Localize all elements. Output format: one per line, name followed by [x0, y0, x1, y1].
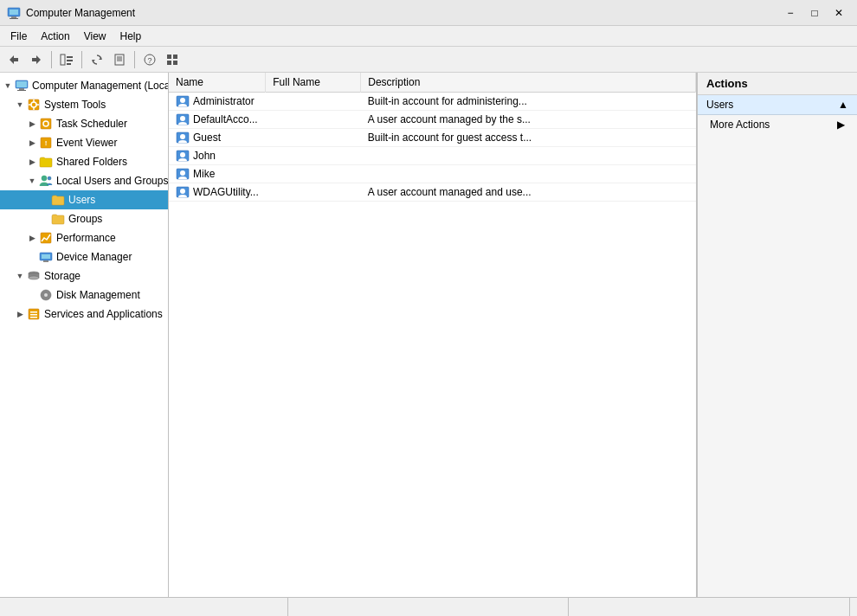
actions-header: Actions: [698, 73, 857, 95]
actions-pane: Actions Users ▲ More Actions ▶: [697, 73, 857, 597]
computer-icon: [14, 78, 29, 93]
tree-item-event-viewer[interactable]: ▶ ! Event Viewer: [0, 133, 168, 152]
expander-system-tools[interactable]: ▼: [14, 99, 26, 111]
more-actions-item[interactable]: More Actions ▶: [698, 115, 857, 134]
cell-fullname: [266, 183, 361, 202]
status-segment-3: [569, 598, 850, 616]
close-button[interactable]: ✕: [828, 3, 850, 22]
cell-description: [361, 147, 696, 165]
view-button[interactable]: [162, 49, 183, 70]
export-icon: [113, 54, 126, 66]
expander-computer-management[interactable]: ▼: [2, 80, 14, 92]
table-row[interactable]: John: [169, 147, 696, 165]
table-row[interactable]: WDAGUtility... A user account managed an…: [169, 183, 696, 202]
status-segment-1: [7, 598, 288, 616]
svg-point-62: [180, 189, 185, 194]
toolbar-separator-3: [134, 51, 135, 68]
toolbar-separator-1: [51, 51, 52, 68]
tree-item-local-users-groups[interactable]: ▼ Local Users and Groups: [0, 171, 168, 190]
tree-item-storage[interactable]: ▼ Storage: [0, 266, 168, 286]
svg-point-37: [48, 176, 51, 180]
svg-rect-6: [61, 55, 65, 65]
tree-item-computer-management[interactable]: ▼ Computer Management (Local: [0, 76, 168, 95]
svg-rect-8: [67, 60, 73, 61]
forward-button[interactable]: [26, 49, 47, 70]
col-fullname[interactable]: Full Name: [266, 73, 361, 93]
expander-task-scheduler[interactable]: ▶: [26, 118, 38, 130]
tree-item-performance[interactable]: ▶ Performance: [0, 228, 168, 247]
view-icon: [166, 54, 178, 66]
menu-view[interactable]: View: [77, 29, 113, 44]
local-users-groups-icon: [38, 173, 54, 189]
svg-text:?: ?: [147, 56, 151, 65]
tree-label-performance: Performance: [56, 232, 116, 244]
menu-help[interactable]: Help: [113, 29, 149, 44]
maximize-button[interactable]: □: [803, 3, 826, 22]
user-icon: [176, 167, 190, 181]
tree-label-disk-management: Disk Management: [56, 289, 140, 301]
expander-services-applications[interactable]: ▶: [14, 308, 26, 320]
expander-event-viewer[interactable]: ▶: [26, 137, 38, 149]
expander-shared-folders[interactable]: ▶: [26, 156, 38, 168]
cell-name: WDAGUtility...: [169, 183, 266, 202]
svg-rect-23: [16, 81, 27, 87]
svg-point-54: [180, 116, 185, 121]
tree-item-task-scheduler[interactable]: ▶ Task Scheduler: [0, 114, 168, 133]
title-bar-title: Computer Management: [26, 7, 135, 19]
svg-point-44: [29, 276, 39, 279]
back-button[interactable]: [3, 49, 24, 70]
table-row[interactable]: Mike: [169, 165, 696, 183]
menu-file[interactable]: File: [3, 29, 34, 44]
col-description[interactable]: Description: [361, 73, 696, 93]
cell-name: Mike: [169, 165, 266, 183]
groups-folder-icon: [50, 211, 66, 227]
tree-item-groups[interactable]: ▶ Groups: [0, 209, 168, 228]
svg-point-36: [42, 176, 47, 181]
show-hide-tree-button[interactable]: [56, 49, 77, 70]
svg-point-58: [180, 152, 185, 157]
refresh-button[interactable]: [87, 49, 107, 70]
svg-rect-7: [67, 56, 73, 58]
tree-pane: ▼ Computer Management (Local ▼: [0, 73, 169, 597]
svg-rect-41: [43, 260, 48, 262]
tree-label-users: Users: [68, 194, 95, 206]
tree-item-services-applications[interactable]: ▶ Services and Applications: [0, 305, 168, 324]
menu-bar: File Action View Help: [0, 26, 857, 47]
svg-rect-1: [10, 10, 18, 15]
users-table: Name Full Name Description Administrator…: [169, 73, 696, 202]
tree-item-shared-folders[interactable]: ▶ Shared Folders: [0, 152, 168, 171]
col-name[interactable]: Name: [169, 73, 266, 93]
tree-label-system-tools: System Tools: [44, 99, 106, 111]
svg-point-56: [180, 134, 185, 139]
table-row[interactable]: DefaultAcco... A user account managed by…: [169, 111, 696, 129]
actions-section-users-label: Users: [706, 99, 733, 111]
cell-description: A user account managed and use...: [361, 183, 696, 202]
svg-rect-21: [173, 61, 177, 65]
tree-item-system-tools[interactable]: ▼ System Tools: [0, 95, 168, 114]
table-row[interactable]: Administrator Built-in account for admin…: [169, 93, 696, 111]
actions-section-users[interactable]: Users ▲: [698, 95, 857, 115]
user-icon: [176, 185, 190, 199]
tree-label-event-viewer: Event Viewer: [56, 137, 117, 149]
tree-item-disk-management[interactable]: ▶ Disk Management: [0, 286, 168, 305]
expander-local-users-groups[interactable]: ▼: [26, 175, 38, 187]
cell-fullname: [266, 129, 361, 147]
minimize-button[interactable]: −: [779, 3, 802, 22]
title-bar: Computer Management − □ ✕: [0, 0, 857, 26]
cell-fullname: [266, 165, 361, 183]
table-row[interactable]: Guest Built-in account for guest access …: [169, 129, 696, 147]
cell-fullname: [266, 111, 361, 129]
expander-storage[interactable]: ▼: [14, 270, 26, 282]
storage-icon: [26, 268, 42, 284]
content-pane: Name Full Name Description Administrator…: [169, 73, 697, 597]
menu-action[interactable]: Action: [34, 29, 76, 44]
tree-item-device-manager[interactable]: ▶ Device Manager: [0, 247, 168, 266]
svg-rect-18: [167, 55, 171, 59]
export-button[interactable]: [109, 49, 130, 70]
expander-performance[interactable]: ▶: [26, 232, 38, 244]
tree-item-users[interactable]: ▶ Users: [0, 190, 168, 209]
svg-rect-38: [41, 233, 51, 243]
event-viewer-icon: !: [38, 135, 54, 151]
table-body: Administrator Built-in account for admin…: [169, 93, 696, 202]
help-button[interactable]: ?: [139, 49, 160, 70]
